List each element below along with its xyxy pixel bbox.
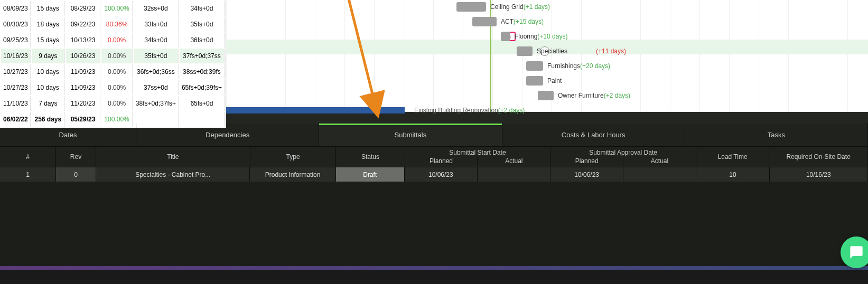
footer-bar <box>0 266 868 270</box>
cell-title: Specialties - Cabinet Pro... <box>96 167 250 182</box>
gantt-bar[interactable]: Specialties <box>517 46 533 56</box>
gantt-bar-label: Ceiling Grid(+1 days) <box>490 3 550 11</box>
tab-tasks[interactable]: Tasks <box>685 124 868 146</box>
gantt-bar-row[interactable]: Specialties(+11 days) <box>226 44 868 59</box>
col-start-date[interactable]: Submittal Start Date PlannedActual <box>405 147 551 167</box>
task-row[interactable]: 10/16/239 days10/26/230.00%35fs+0d37fs+0… <box>1 49 225 63</box>
col-lead[interactable]: Lead Time <box>696 147 769 167</box>
gantt-summary-row[interactable]: Existing Building Rennovation(+2 days) <box>226 103 868 118</box>
cell-onsite: 10/16/23 <box>770 167 869 182</box>
col-rev[interactable]: Rev <box>56 147 96 167</box>
detail-tabs: DatesDependenciesSubmittalsCosts & Labor… <box>0 124 868 147</box>
tab-costs-labor-hours[interactable]: Costs & Labor Hours <box>502 124 685 146</box>
gantt-bar[interactable]: Flooring(+10 days) <box>501 32 510 41</box>
submittal-row[interactable]: 1 0 Specialties - Cabinet Pro... Product… <box>0 167 868 182</box>
gantt-chart[interactable]: 9Ceiling Grid(+1 days)9ACT(+15 days)6Flo… <box>226 0 868 112</box>
col-status[interactable]: Status <box>336 147 405 167</box>
cell-approval-planned: 10/06/23 <box>550 167 623 182</box>
submittals-header: # Rev Title Type Status Submittal Start … <box>0 147 868 167</box>
gantt-bar[interactable]: Owner Furniture(+2 days) <box>538 91 554 100</box>
task-row[interactable]: 08/09/2315 days08/29/23100.00%32ss+0d34f… <box>1 1 225 16</box>
upper-pane: 08/09/2315 days08/29/23100.00%32ss+0d34f… <box>0 0 868 112</box>
submittals-table: # Rev Title Type Status Submittal Start … <box>0 147 868 182</box>
task-table[interactable]: 08/09/2315 days08/29/23100.00%32ss+0d34f… <box>0 0 226 128</box>
gantt-bar-row[interactable]: 6Flooring(+10 days) <box>226 29 868 44</box>
cell-number: 1 <box>0 167 56 182</box>
gantt-summary-bar <box>226 107 405 113</box>
gantt-bar-label: Paint <box>547 77 562 84</box>
gantt-bar-label: Furnishings(+20 days) <box>547 62 610 70</box>
gantt-bar[interactable]: Paint <box>526 76 543 86</box>
cell-lead: 10 <box>696 167 769 182</box>
col-approval-date[interactable]: Submittal Approval Date PlannedActual <box>550 147 696 167</box>
gantt-bar[interactable]: Ceiling Grid(+1 days) <box>456 2 486 12</box>
gantt-bar-label: Specialties <box>537 48 567 55</box>
cell-approval-actual <box>623 167 696 182</box>
gantt-bar-label: ACT(+15 days) <box>501 18 544 25</box>
cell-start-planned: 10/06/23 <box>405 167 478 182</box>
chat-icon <box>849 245 864 260</box>
gantt-bar-row[interactable]: Furnishings(+20 days) <box>226 59 868 73</box>
col-type[interactable]: Type <box>250 147 337 167</box>
task-row[interactable]: 08/30/2318 days09/22/2380.36%33fs+0d35fs… <box>1 17 225 32</box>
col-number[interactable]: # <box>0 147 56 167</box>
gantt-summary-label: Existing Building Rennovation(+2 days) <box>414 107 525 114</box>
tab-dependencies[interactable]: Dependencies <box>136 124 319 146</box>
gantt-bar[interactable]: Furnishings(+20 days) <box>526 61 543 71</box>
task-row[interactable]: 11/10/237 days11/20/230.00%38fs+0d;37fs+… <box>1 96 225 111</box>
tab-dates[interactable]: Dates <box>0 124 136 146</box>
cell-rev: 0 <box>56 167 96 182</box>
tab-submittals[interactable]: Submittals <box>319 124 502 146</box>
task-row[interactable]: 09/25/2315 days10/13/230.00%34fs+0d36fs+… <box>1 33 225 48</box>
gantt-bar-label: Flooring(+10 days) <box>515 33 567 40</box>
cell-type: Product Information <box>250 167 335 182</box>
gantt-bar-row[interactable]: Owner Furniture(+2 days) <box>226 88 868 103</box>
col-onsite[interactable]: Required On-Site Date <box>769 147 868 167</box>
empty-area <box>0 182 868 266</box>
col-title[interactable]: Title <box>96 147 250 167</box>
gantt-bar-row[interactable]: Paint <box>226 73 868 88</box>
chat-button[interactable] <box>841 236 868 268</box>
cell-start-actual <box>478 167 550 182</box>
gantt-bar[interactable]: ACT(+15 days) <box>472 17 497 26</box>
gantt-bar-row[interactable]: 9Ceiling Grid(+1 days) <box>226 0 868 14</box>
task-row[interactable]: 10/27/2310 days11/09/230.00%37ss+0d65fs+… <box>1 80 225 95</box>
task-row[interactable]: 10/27/2310 days11/09/230.00%36fs+0d;36ss… <box>1 64 225 79</box>
cell-status[interactable]: Draft <box>336 167 405 182</box>
gantt-bar-label: Owner Furniture(+2 days) <box>558 92 630 99</box>
gantt-delay-label: (+11 days) <box>596 48 626 55</box>
gantt-bar-row[interactable]: 9ACT(+15 days) <box>226 14 868 29</box>
